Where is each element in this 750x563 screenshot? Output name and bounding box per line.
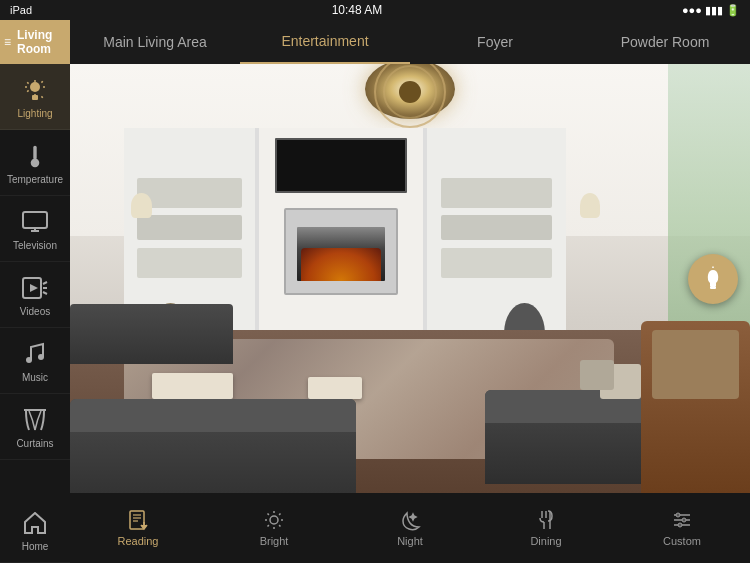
sofa-front-left xyxy=(70,399,356,493)
sidebar-item-curtains[interactable]: Curtains xyxy=(0,394,70,460)
tab-powder-room[interactable]: Powder Room xyxy=(580,20,750,64)
tv-screen xyxy=(275,138,406,193)
tab-foyer[interactable]: Foyer xyxy=(410,20,580,64)
svg-rect-15 xyxy=(24,409,46,411)
toolbar-item-custom[interactable]: Custom xyxy=(614,501,750,555)
bright-label: Bright xyxy=(260,535,289,547)
coffee-table-center xyxy=(308,377,362,398)
sidebar: ≡ Living Room Lighting Temperature Telev… xyxy=(0,20,70,563)
sidebar-header[interactable]: ≡ Living Room xyxy=(0,20,70,64)
tab-entertainment[interactable]: Entertainment xyxy=(240,20,410,64)
lighting-label: Lighting xyxy=(17,108,52,119)
sconce-right xyxy=(580,193,600,219)
sidebar-item-videos[interactable]: Videos xyxy=(0,262,70,328)
sofa-back xyxy=(70,304,233,364)
dining-label: Dining xyxy=(530,535,561,547)
custom-label: Custom xyxy=(663,535,701,547)
svg-marker-9 xyxy=(30,284,38,292)
fireplace-opening xyxy=(297,227,386,281)
svg-point-0 xyxy=(30,82,40,92)
hamburger-icon: ≡ xyxy=(4,35,11,49)
svg-line-28 xyxy=(268,514,269,515)
music-icon xyxy=(21,340,49,368)
status-bar: iPad 10:48 AM ●●● ▮▮▮ 🔋 xyxy=(0,0,750,20)
bottom-toolbar: Reading Bright Night xyxy=(70,493,750,563)
svg-rect-16 xyxy=(710,286,716,289)
ceiling-light xyxy=(350,64,470,124)
svg-line-29 xyxy=(279,525,280,526)
videos-icon xyxy=(21,274,49,302)
home-label: Home xyxy=(22,541,49,552)
fire xyxy=(301,248,381,280)
sofa-right xyxy=(485,390,648,484)
temperature-label: Temperature xyxy=(7,174,63,185)
wood-chair xyxy=(641,321,750,493)
svg-line-31 xyxy=(268,525,269,526)
dining-icon xyxy=(535,509,557,531)
svg-point-3 xyxy=(31,159,40,168)
toolbar-item-night[interactable]: Night xyxy=(342,501,478,555)
svg-point-14 xyxy=(38,354,44,360)
svg-line-30 xyxy=(279,514,280,515)
time-display: 10:48 AM xyxy=(332,3,383,17)
room-background xyxy=(70,64,750,493)
main-content xyxy=(70,64,750,493)
toolbar-item-dining[interactable]: Dining xyxy=(478,501,614,555)
svg-point-39 xyxy=(676,513,680,517)
svg-rect-1 xyxy=(32,95,38,100)
toolbar-item-reading[interactable]: Reading xyxy=(70,501,206,555)
toolbar-item-bright[interactable]: Bright xyxy=(206,501,342,555)
curtains-icon xyxy=(21,406,49,434)
tab-main-living[interactable]: Main Living Area xyxy=(70,20,240,64)
reading-icon xyxy=(127,509,149,531)
sidebar-item-television[interactable]: Television xyxy=(0,196,70,262)
svg-rect-5 xyxy=(23,212,47,228)
svg-point-23 xyxy=(270,516,278,524)
sconce-left xyxy=(131,193,151,219)
svg-line-10 xyxy=(43,282,47,284)
lighting-icon xyxy=(21,76,49,104)
television-label: Television xyxy=(13,240,57,251)
bright-icon xyxy=(263,509,285,531)
television-icon xyxy=(21,208,49,236)
svg-line-11 xyxy=(43,292,47,294)
home-icon xyxy=(21,509,49,537)
music-label: Music xyxy=(22,372,48,383)
pillow-2 xyxy=(580,360,614,390)
sidebar-item-temperature[interactable]: Temperature xyxy=(0,130,70,196)
custom-icon xyxy=(671,509,693,531)
sidebar-item-music[interactable]: Music xyxy=(0,328,70,394)
videos-label: Videos xyxy=(20,306,50,317)
sidebar-item-lighting[interactable]: Lighting xyxy=(0,64,70,130)
reading-label: Reading xyxy=(118,535,159,547)
top-nav: Main Living Area Entertainment Foyer Pow… xyxy=(70,20,750,64)
svg-point-40 xyxy=(682,518,686,522)
sidebar-title: Living Room xyxy=(17,28,66,56)
night-label: Night xyxy=(397,535,423,547)
temperature-icon xyxy=(21,142,49,170)
light-center xyxy=(399,81,421,103)
svg-point-41 xyxy=(678,523,682,527)
svg-point-13 xyxy=(26,357,32,363)
svg-rect-4 xyxy=(34,149,36,159)
sidebar-item-home[interactable]: Home xyxy=(0,497,70,563)
battery-indicator: ●●● ▮▮▮ 🔋 xyxy=(682,4,740,17)
night-icon xyxy=(399,509,421,531)
curtains-label: Curtains xyxy=(16,438,53,449)
device-label: iPad xyxy=(10,4,32,16)
fireplace-surround xyxy=(284,208,399,295)
floating-lamp-button[interactable] xyxy=(688,254,738,304)
coffee-table-left xyxy=(152,373,234,399)
